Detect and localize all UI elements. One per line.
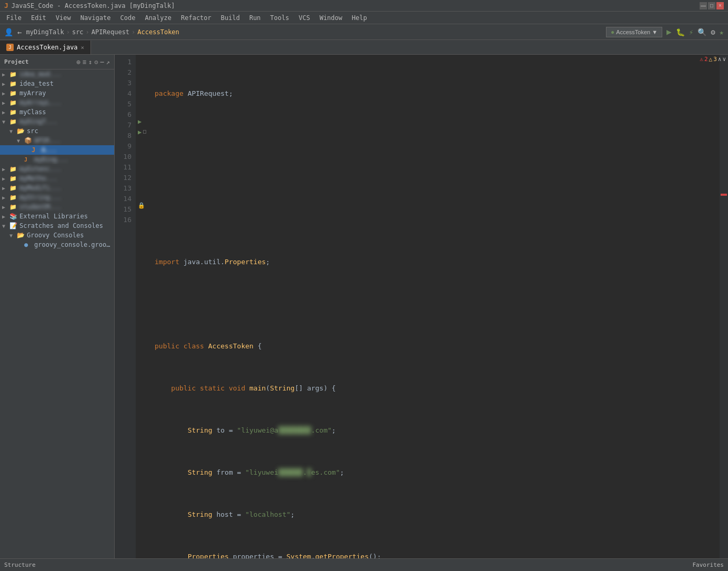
tree-item-idea-test[interactable]: ▶ 📁 idea_test [0,79,114,88]
folder-icon: 📁 [9,185,18,192]
run-config-selector[interactable]: ● AccessToken ▼ [606,27,662,37]
sidebar-expand-icon[interactable]: ↗ [106,58,110,66]
tree-item-studentm[interactable]: ▶ 📁 studentM... [0,202,114,212]
folder-icon: 📁 [9,81,18,87]
gutter-down[interactable]: ∨ [722,56,726,63]
tree-item-mystring[interactable]: ▶ 📁 myString... [0,193,114,202]
tree-item-myextenc[interactable]: ▶ 📁 myExtenc... [0,164,114,174]
lock-gutter-icon-15: 🔒 [138,202,145,209]
code-container[interactable]: 1 2 3 4 5 6 7 8 9 10 11 12 13 14 15 16 ▶ [115,55,728,558]
menu-edit[interactable]: Edit [27,13,50,23]
tree-item-external-libraries[interactable]: ▶ 📚 External Libraries [0,212,114,221]
tree-item-apirequest[interactable]: ▼ 📦 APIR... [0,136,114,145]
breadcrumb-package[interactable]: APIRequest [92,28,129,36]
toolbar: 👤 ← myDingTalk › src › APIRequest › Acce… [0,24,728,40]
menu-tools[interactable]: Tools [266,13,294,23]
gutter-up[interactable]: ∧ [718,56,722,63]
code-line-2 [155,131,720,141]
menu-refactor[interactable]: Refactor [177,13,216,23]
tree-item-accesstoken[interactable]: J A... [0,145,114,155]
tree-item-groovy-consoles[interactable]: ▼ 📂 Groovy Consoles [0,231,114,240]
expand-arrow: ▶ [2,100,9,106]
breadcrumb-src[interactable]: src [72,28,84,36]
menu-run[interactable]: Run [245,13,265,23]
breadcrumb-class[interactable]: AccessToken [137,28,179,36]
tree-label: External Libraries [19,213,88,220]
maximize-button[interactable]: □ [708,2,715,9]
tree-label: idea_test [19,80,54,87]
tab-accesstoken[interactable]: J AccessToken.java × [0,41,91,54]
title-bar-title: JavaSE_Code - AccessToken.java [myDingTa… [12,2,175,9]
run-config-label: AccessToken [616,29,650,35]
toolbar-icon-back[interactable]: ← [17,28,22,36]
folder-icon: 📁 [9,90,18,97]
sidebar-sort-icon[interactable]: ≡ [83,58,86,66]
menu-file[interactable]: File [2,13,26,23]
update-icon[interactable]: ★ [720,28,724,36]
sidebar-header-icons: ⊕ ≡ ↕ ⚙ – ↗ [77,58,110,66]
folder-icon: 📂 [17,232,25,239]
close-button[interactable]: × [716,2,724,9]
expand-arrow: ▼ [17,138,24,144]
toolbar-icon-user[interactable]: 👤 [4,28,13,36]
tree-label: Scratches and Consoles [19,222,103,229]
collapse-icon-8[interactable]: □ [143,128,146,134]
tree-label: studentM... [19,203,61,211]
code-content[interactable]: package APIRequest; import java.util.Pro… [148,55,720,558]
breadcrumb-project[interactable]: myDingTalk [26,28,64,36]
tree-item-mymetho[interactable]: ▶ 📁 myMetho... [0,174,114,183]
package-icon: 📦 [24,137,33,144]
menu-help[interactable]: Help [348,13,371,23]
run-gutter-icon-7[interactable]: ▶ [138,118,141,125]
tree-item-mydingt[interactable]: ▼ 📁 myDingT... [0,117,114,126]
status-bar: Structure Favorites [0,558,728,571]
tree-label: A... [42,146,57,154]
tree-item-mymodifi[interactable]: ▶ 📁 myModifi... [0,183,114,193]
menu-navigate[interactable]: Navigate [76,13,115,23]
sidebar-title: Project [4,58,28,65]
title-bar-controls[interactable]: — □ × [700,2,724,9]
expand-arrow: ▼ [2,119,9,125]
tree-item-groovy-console-file[interactable]: ● groovy_console.groovy [0,240,114,249]
minimize-button[interactable]: — [700,2,707,9]
menu-analyze[interactable]: Analyze [140,13,176,23]
run-button[interactable]: ▶ [666,27,672,37]
tree-label: myModifi... [19,184,61,192]
expand-arrow: ▶ [2,204,9,210]
tree-item-src[interactable]: ▼ 📂 src [0,126,114,136]
sidebar-collapse-icon[interactable]: ↕ [88,58,92,66]
menu-view[interactable]: View [52,13,75,23]
coverage-button[interactable]: ⚡ [689,28,693,36]
warn-icon: △ [709,56,713,63]
tab-label: AccessToken.java [17,44,78,51]
expand-arrow: ▶ [2,176,9,182]
tree-label: myString... [19,194,61,201]
favorites-label[interactable]: Favorites [692,562,724,568]
debug-button[interactable]: 🐛 [676,28,685,36]
java-file-icon: J [6,44,14,51]
tree-item-myding-java[interactable]: J myDing... [0,155,114,164]
menu-build[interactable]: Build [217,13,244,23]
sidebar-hide-icon[interactable]: – [100,58,104,66]
java-icon: J [24,157,33,163]
tree-item-scratches[interactable]: ▼ 📝 Scratches and Consoles [0,221,114,231]
tab-close-button[interactable]: × [81,44,85,51]
expand-arrow: ▶ [2,195,9,201]
run-gutter-icon-8[interactable]: ▶ [138,128,141,136]
sidebar-settings-icon[interactable]: ⚙ [94,58,98,66]
code-line-6 [155,299,720,309]
menu-window[interactable]: Window [315,13,346,23]
structure-label[interactable]: Structure [4,562,36,568]
tree-item-idea-mod[interactable]: ▶ 📁 idea_mod... [0,69,114,79]
folder-icon: 📁 [9,166,18,173]
search-icon[interactable]: 🔍 [697,28,706,36]
error-indicator: ⚠ 2 △ 3 ∧ ∨ [697,55,728,64]
tree-item-myclass[interactable]: ▶ 📁 myClass [0,107,114,117]
menu-code[interactable]: Code [116,13,140,23]
sidebar-sync-icon[interactable]: ⊕ [77,58,80,66]
settings-icon[interactable]: ⚙ [711,28,715,36]
menu-vcs[interactable]: VCS [295,13,315,23]
tree-item-myarrayl[interactable]: ▶ 📁 myArrayL... [0,98,114,107]
tree-item-myarray[interactable]: ▶ 📁 myArray [0,88,114,98]
code-line-10: String from = "liyuwei██████.█es.com"; [155,467,720,478]
